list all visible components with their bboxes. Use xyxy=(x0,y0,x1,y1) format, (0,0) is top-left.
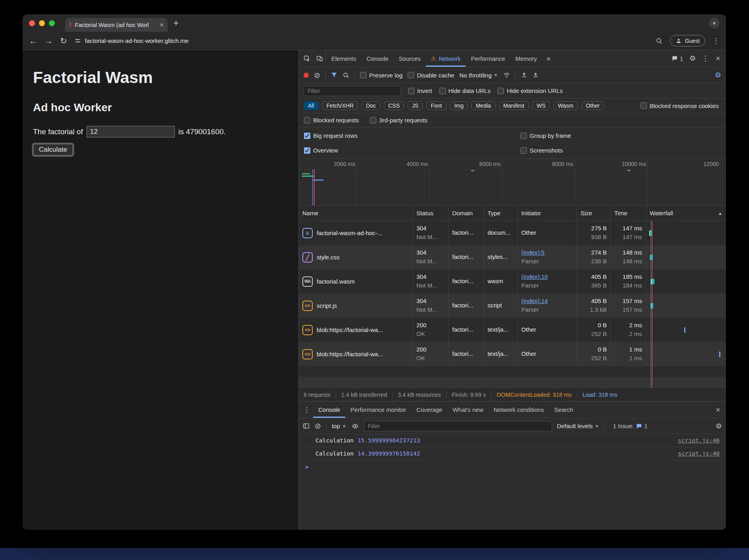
issues-counter[interactable]: 1 Issue: 1 xyxy=(610,423,651,429)
overview-input[interactable] xyxy=(304,147,310,154)
forward-icon[interactable]: → xyxy=(45,37,53,45)
drawer-tab-console[interactable]: Console xyxy=(313,402,345,418)
calculate-button[interactable]: Calculate xyxy=(33,144,73,156)
tab-close-icon[interactable]: × xyxy=(160,21,164,28)
console-context-selector[interactable]: top ▼ xyxy=(332,423,346,429)
group-by-frame-checkbox[interactable]: Group by frame xyxy=(521,132,571,139)
tab-elements[interactable]: Elements xyxy=(326,50,362,67)
back-icon[interactable]: ← xyxy=(29,37,37,45)
eye-icon[interactable] xyxy=(352,423,359,430)
console-prompt[interactable]: > xyxy=(299,460,726,470)
console-source-link[interactable]: script.js:40 xyxy=(678,437,720,444)
overview-checkbox[interactable]: Overview xyxy=(304,147,338,154)
initiator-link[interactable]: (index):10 xyxy=(521,273,573,281)
browser-menu-icon[interactable]: ⋮ xyxy=(712,37,720,44)
tab-console[interactable]: Console xyxy=(362,50,394,67)
blocked-response-cookies-input[interactable] xyxy=(641,102,647,109)
disable-cache-input[interactable] xyxy=(408,72,414,78)
big-request-rows-input[interactable] xyxy=(304,133,310,139)
third-party-requests-input[interactable] xyxy=(370,117,376,124)
column-header-name[interactable]: Name xyxy=(299,206,413,220)
import-har-icon[interactable] xyxy=(521,72,527,78)
chip-doc[interactable]: Doc xyxy=(362,101,380,110)
site-info-icon[interactable] xyxy=(74,37,81,44)
request-name-cell[interactable]: <> blob:https://factorial-wa... xyxy=(299,318,413,342)
hide-extension-urls-input[interactable] xyxy=(497,88,504,94)
chip-font[interactable]: Font xyxy=(426,101,446,110)
console-sidebar-icon[interactable] xyxy=(303,423,310,429)
chip-js[interactable]: JS xyxy=(408,101,423,110)
chip-fetch-xhr[interactable]: Fetch/XHR xyxy=(322,101,358,110)
table-row[interactable]: WA factorial.wasm 304 Not M... factori..… xyxy=(299,269,726,294)
devtools-menu-icon[interactable]: ⋮ xyxy=(699,50,712,67)
chip-ws[interactable]: WS xyxy=(532,101,550,110)
console-filter-input[interactable] xyxy=(364,421,552,431)
tab-sources[interactable]: Sources xyxy=(394,50,426,67)
record-button[interactable] xyxy=(304,73,309,78)
network-settings-gear-icon[interactable]: ⚙ xyxy=(715,71,721,79)
inspect-element-icon[interactable] xyxy=(300,50,313,67)
request-name-cell[interactable]: ╱ style.css xyxy=(299,245,413,269)
zoom-icon[interactable] xyxy=(656,37,663,44)
issues-button[interactable]: 1 xyxy=(668,50,686,67)
tab-memory[interactable]: Memory xyxy=(510,50,542,67)
tab-network[interactable]: ⚠ Network xyxy=(426,50,466,67)
request-name-cell[interactable]: <> blob:https://factorial-wa... xyxy=(299,342,413,366)
blocked-requests-checkbox[interactable]: Blocked requests xyxy=(304,117,359,124)
chip-other[interactable]: Other xyxy=(581,101,604,110)
big-request-rows-checkbox[interactable]: Big request rows xyxy=(304,132,358,139)
column-header-size[interactable]: Size xyxy=(577,206,611,220)
hide-data-urls-input[interactable] xyxy=(439,88,446,94)
chip-manifest[interactable]: Manifest xyxy=(499,101,529,110)
chip-all[interactable]: All xyxy=(304,101,319,110)
profile-button[interactable]: Guest xyxy=(670,35,705,46)
table-row[interactable]: <> blob:https://factorial-wa... 200 OK f… xyxy=(299,318,726,342)
request-name-cell[interactable]: ≡ factorial-wasm-ad-hoc-... xyxy=(299,221,413,245)
device-toolbar-icon[interactable] xyxy=(313,50,326,67)
drawer-tab-whats-new[interactable]: What's new xyxy=(447,402,488,418)
settings-gear-icon[interactable]: ⚙ xyxy=(686,50,699,67)
invert-input[interactable] xyxy=(408,88,414,94)
drawer-tab-coverage[interactable]: Coverage xyxy=(411,402,447,418)
log-levels-dropdown[interactable]: Default levels ▼ xyxy=(557,423,599,429)
address-bar[interactable]: factorial-wasm-ad-hoc-worker.glitch.me xyxy=(74,37,648,44)
preserve-log-checkbox[interactable]: Preserve log xyxy=(360,72,403,79)
factorial-input[interactable] xyxy=(87,126,175,137)
column-header-time[interactable]: Time xyxy=(611,206,646,220)
request-name-cell[interactable]: WA factorial.wasm xyxy=(299,269,413,294)
tab-performance[interactable]: Performance xyxy=(466,50,510,67)
preserve-log-input[interactable] xyxy=(360,72,366,78)
group-by-frame-input[interactable] xyxy=(521,133,527,139)
browser-tab[interactable]: ! Factorial Wasm (ad hoc Worl × xyxy=(65,18,168,32)
close-devtools-icon[interactable]: × xyxy=(712,50,724,67)
clear-console-icon[interactable]: ⊘ xyxy=(315,422,321,430)
close-window-button[interactable] xyxy=(29,20,35,26)
drawer-menu-icon[interactable]: ⋮ xyxy=(300,402,313,418)
tab-search-button[interactable]: ▾ xyxy=(709,18,720,29)
hide-extension-urls-checkbox[interactable]: Hide extension URLs xyxy=(497,87,563,94)
chip-media[interactable]: Media xyxy=(471,101,495,110)
blocked-requests-input[interactable] xyxy=(304,117,310,124)
close-drawer-icon[interactable]: × xyxy=(712,402,724,418)
screenshots-input[interactable] xyxy=(521,147,527,154)
table-row[interactable]: <> script.js 304 Not M... factori... scr… xyxy=(299,294,726,318)
drawer-tab-performance-monitor[interactable]: Performance monitor xyxy=(345,402,411,418)
table-row[interactable]: <> blob:https://factorial-wa... 200 OK f… xyxy=(299,342,726,366)
request-name-cell[interactable]: <> script.js xyxy=(299,294,413,318)
initiator-link[interactable]: (index):5 xyxy=(521,249,573,257)
drawer-tab-network-conditions[interactable]: Network conditions xyxy=(488,402,549,418)
reload-icon[interactable]: ↻ xyxy=(60,37,67,45)
chip-wasm[interactable]: Wasm xyxy=(554,101,578,110)
network-filter-input[interactable] xyxy=(304,86,401,96)
console-source-link[interactable]: script.js:40 xyxy=(678,450,720,457)
export-har-icon[interactable] xyxy=(532,72,539,78)
column-header-domain[interactable]: Domain xyxy=(449,206,484,220)
maximize-window-button[interactable] xyxy=(49,20,55,26)
hide-data-urls-checkbox[interactable]: Hide data URLs xyxy=(439,87,491,94)
column-header-type[interactable]: Type xyxy=(484,206,518,220)
more-tabs-icon[interactable]: » xyxy=(542,50,555,67)
chip-css[interactable]: CSS xyxy=(384,101,404,110)
table-row[interactable]: ≡ factorial-wasm-ad-hoc-... 304 Not M...… xyxy=(299,221,726,245)
search-icon[interactable] xyxy=(343,72,349,79)
clear-icon[interactable]: ⊘ xyxy=(314,71,320,79)
